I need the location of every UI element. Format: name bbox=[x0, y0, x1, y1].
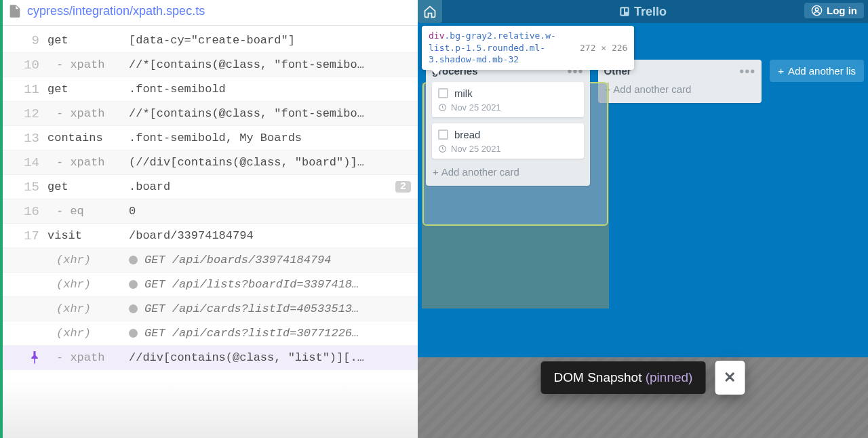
login-button[interactable]: Log in bbox=[804, 3, 864, 18]
brand-label: Trello bbox=[634, 5, 667, 19]
list-groceries[interactable]: groceries ••• milkNov 25 2021breadNov 25… bbox=[426, 60, 590, 186]
status-dot-icon bbox=[129, 256, 138, 264]
clock-icon bbox=[438, 144, 447, 153]
plus-icon: + bbox=[433, 166, 439, 178]
line-number: 11 bbox=[0, 82, 47, 97]
plus-icon: + bbox=[605, 83, 611, 95]
log-row[interactable]: 11get.font-semibold bbox=[0, 77, 418, 102]
command-message: //*[contains(@class, "font-semibo… bbox=[129, 107, 411, 120]
command-name: - xpath bbox=[47, 351, 129, 364]
command-name: - xpath bbox=[47, 107, 129, 120]
line-number: 10 bbox=[0, 58, 47, 73]
card-item[interactable]: breadNov 25 2021 bbox=[432, 123, 584, 159]
svg-point-4 bbox=[815, 7, 818, 11]
card-date: Nov 25 2021 bbox=[438, 144, 578, 154]
dom-snapshot-bar: DOM Snapshot (pinned) ✕ bbox=[541, 361, 745, 395]
add-card-link[interactable]: + Add another card bbox=[604, 82, 756, 96]
command-name: (xhr) bbox=[47, 302, 129, 315]
count-badge: 2 bbox=[395, 181, 411, 193]
line-number: 16 bbox=[0, 204, 47, 219]
pin-column bbox=[3, 351, 47, 364]
trello-logo[interactable]: Trello bbox=[619, 5, 667, 19]
pass-indicator-bar bbox=[0, 0, 3, 438]
command-message: /board/33974184794 bbox=[129, 229, 411, 242]
command-message: 0 bbox=[129, 205, 411, 218]
card-checkbox[interactable] bbox=[438, 130, 448, 140]
command-name: contains bbox=[47, 132, 129, 144]
command-name: get bbox=[47, 34, 129, 47]
element-inspector-tooltip: div.bg-gray2.relative.w-list.p-1.5.round… bbox=[422, 26, 634, 70]
tooltip-arrow bbox=[431, 70, 441, 75]
log-row[interactable]: 9get[data-cy="create-board"] bbox=[0, 28, 418, 53]
log-row[interactable]: 17visit/board/33974184794 bbox=[0, 224, 418, 248]
pin-icon bbox=[30, 351, 39, 364]
command-message: .font-semibold, My Boards bbox=[129, 132, 411, 144]
command-log-list[interactable]: 9get[data-cy="create-board"]10- xpath//*… bbox=[0, 26, 418, 370]
card-checkbox[interactable] bbox=[438, 88, 448, 98]
command-message: GET /api/boards/33974184794 bbox=[129, 254, 411, 266]
card-item[interactable]: milkNov 25 2021 bbox=[432, 82, 584, 117]
command-name: get bbox=[47, 180, 129, 193]
command-name: get bbox=[47, 83, 129, 96]
spec-file-path: cypress/integration/xpath.spec.ts bbox=[27, 4, 205, 18]
status-dot-icon bbox=[129, 304, 138, 313]
line-number: 14 bbox=[0, 155, 47, 170]
command-message: [data-cy="create-board"] bbox=[129, 34, 411, 47]
log-row[interactable]: (xhr)GET /api/lists?boardId=3397418… bbox=[0, 273, 418, 297]
inspector-dimensions: 272 × 226 bbox=[580, 43, 627, 53]
command-message: GET /api/cards?listId=40533513… bbox=[129, 302, 411, 315]
trello-header: Trello Log in bbox=[418, 0, 868, 23]
command-name: visit bbox=[47, 229, 129, 242]
log-row[interactable]: 12- xpath//*[contains(@class, "font-semi… bbox=[0, 102, 418, 126]
command-message: (//div[contains(@class, "board")]… bbox=[129, 156, 411, 169]
user-icon bbox=[811, 5, 823, 16]
log-row[interactable]: 15get.board2 bbox=[0, 175, 418, 199]
board-area: groceries ••• milkNov 25 2021breadNov 25… bbox=[418, 23, 868, 438]
line-number: 17 bbox=[0, 228, 47, 243]
log-row[interactable]: (xhr)GET /api/cards?listId=30771226… bbox=[0, 321, 418, 346]
add-card-label: Add another card bbox=[441, 166, 519, 178]
add-card-link[interactable]: + Add another card bbox=[432, 165, 584, 179]
command-name: - xpath bbox=[47, 156, 129, 169]
log-row-pinned[interactable]: - xpath//div[contains(@class, "list")][.… bbox=[0, 346, 418, 370]
close-icon: ✕ bbox=[724, 369, 736, 386]
svg-rect-2 bbox=[625, 8, 628, 12]
snapshot-close-button[interactable]: ✕ bbox=[715, 361, 745, 395]
plus-icon: + bbox=[778, 65, 784, 77]
home-button[interactable] bbox=[418, 0, 442, 23]
inspector-selector: div.bg-gray2.relative.w-list.p-1.5.round… bbox=[429, 30, 568, 66]
command-message: //*[contains(@class, "font-semibo… bbox=[129, 58, 411, 71]
app-root: cypress/integration/xpath.spec.ts 9get[d… bbox=[0, 0, 868, 438]
log-row[interactable]: 16- eq0 bbox=[0, 199, 418, 224]
spec-file-tab[interactable]: cypress/integration/xpath.spec.ts bbox=[0, 0, 418, 26]
command-log-panel: cypress/integration/xpath.spec.ts 9get[d… bbox=[0, 0, 418, 438]
login-label: Log in bbox=[827, 5, 857, 16]
list-menu-icon[interactable]: ••• bbox=[739, 68, 755, 75]
log-row[interactable]: 13contains.font-semibold, My Boards bbox=[0, 126, 418, 151]
add-list-button[interactable]: + Add another lis bbox=[770, 60, 864, 82]
snapshot-label: DOM Snapshot (pinned) bbox=[541, 361, 706, 394]
command-name: (xhr) bbox=[47, 327, 129, 340]
command-name: (xhr) bbox=[47, 254, 129, 266]
card-title: milk bbox=[454, 87, 473, 99]
line-number: 13 bbox=[0, 131, 47, 146]
status-dot-icon bbox=[129, 329, 138, 338]
add-list-label: Add another lis bbox=[788, 65, 856, 77]
command-name: - xpath bbox=[47, 58, 129, 71]
home-icon bbox=[423, 5, 437, 18]
log-row[interactable]: 14- xpath(//div[contains(@class, "board"… bbox=[0, 151, 418, 175]
clock-icon bbox=[438, 103, 447, 112]
line-number: 9 bbox=[0, 33, 47, 48]
file-icon bbox=[9, 5, 20, 18]
scroll-fade bbox=[0, 380, 418, 438]
command-message: .font-semibold bbox=[129, 83, 411, 96]
log-row[interactable]: (xhr)GET /api/cards?listId=40533513… bbox=[0, 297, 418, 321]
command-message: .board bbox=[129, 180, 391, 193]
card-date: Nov 25 2021 bbox=[438, 102, 578, 113]
log-row[interactable]: 10- xpath//*[contains(@class, "font-semi… bbox=[0, 53, 418, 77]
log-row[interactable]: (xhr)GET /api/boards/33974184794 bbox=[0, 248, 418, 273]
app-preview-panel: Trello Log in div.bg-gray2.relative.w-li… bbox=[418, 0, 868, 438]
command-message: //div[contains(@class, "list")][.… bbox=[129, 351, 411, 364]
line-number: 15 bbox=[0, 180, 47, 195]
trello-board-icon bbox=[619, 6, 630, 17]
